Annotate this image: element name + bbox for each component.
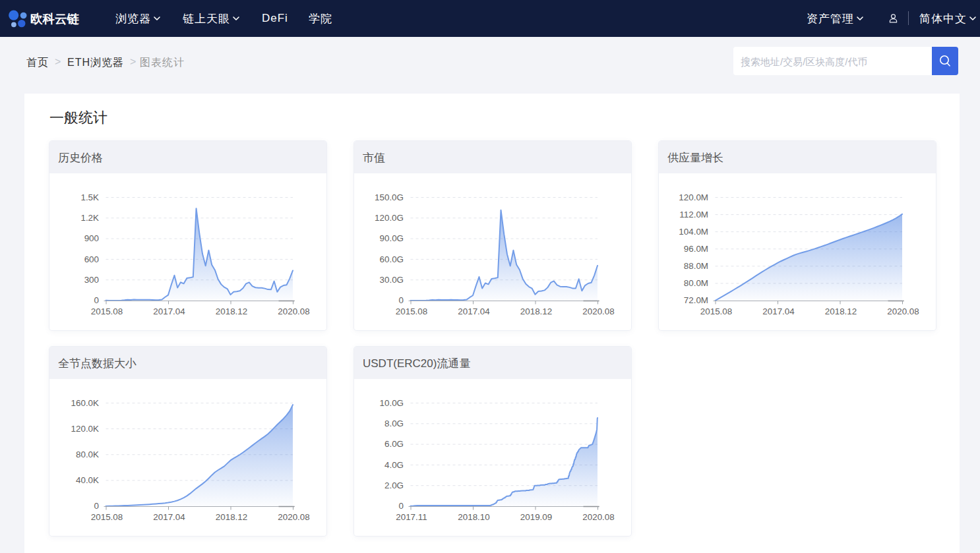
svg-text:120.0K: 120.0K — [71, 424, 100, 434]
svg-text:150.0G: 150.0G — [375, 192, 404, 202]
svg-text:80.0M: 80.0M — [684, 278, 708, 288]
svg-text:160.0K: 160.0K — [71, 398, 100, 408]
svg-text:0: 0 — [94, 501, 99, 511]
svg-text:1.5K: 1.5K — [80, 192, 99, 202]
svg-text:60.0G: 60.0G — [380, 254, 404, 264]
svg-text:2018.12: 2018.12 — [520, 306, 552, 316]
svg-text:10.0G: 10.0G — [380, 398, 404, 408]
svg-text:2020.08: 2020.08 — [582, 306, 614, 316]
svg-text:120.0M: 120.0M — [679, 192, 708, 202]
svg-text:2017.04: 2017.04 — [762, 306, 795, 316]
svg-text:104.0M: 104.0M — [679, 227, 708, 237]
svg-text:120.0G: 120.0G — [375, 213, 404, 223]
svg-text:8.0G: 8.0G — [384, 419, 404, 428]
svg-text:2017.04: 2017.04 — [153, 306, 185, 316]
svg-text:30.0G: 30.0G — [380, 275, 404, 285]
svg-text:0: 0 — [94, 295, 99, 305]
svg-text:2020.08: 2020.08 — [887, 306, 919, 316]
svg-text:900: 900 — [84, 233, 99, 243]
svg-text:2018.12: 2018.12 — [216, 512, 247, 522]
svg-text:2017.11: 2017.11 — [396, 512, 427, 522]
svg-text:0: 0 — [399, 295, 404, 305]
svg-text:0: 0 — [399, 501, 404, 511]
svg-text:2.0G: 2.0G — [384, 480, 404, 490]
svg-text:88.0M: 88.0M — [684, 261, 708, 271]
svg-text:2015.08: 2015.08 — [91, 306, 123, 316]
svg-text:600: 600 — [84, 254, 99, 264]
svg-text:72.0M: 72.0M — [684, 295, 708, 305]
svg-text:1.2K: 1.2K — [80, 213, 99, 223]
svg-text:2015.08: 2015.08 — [91, 512, 123, 522]
svg-text:2018.12: 2018.12 — [825, 306, 857, 316]
svg-text:96.0M: 96.0M — [684, 244, 708, 254]
svg-text:80.0K: 80.0K — [76, 450, 99, 459]
svg-text:2015.08: 2015.08 — [396, 306, 427, 316]
svg-text:2018.10: 2018.10 — [458, 512, 489, 522]
svg-text:2018.12: 2018.12 — [216, 306, 247, 316]
svg-text:90.0G: 90.0G — [380, 233, 404, 243]
svg-text:4.0G: 4.0G — [384, 460, 404, 470]
svg-text:112.0M: 112.0M — [679, 210, 708, 219]
svg-text:300: 300 — [84, 275, 99, 285]
svg-text:2017.04: 2017.04 — [458, 306, 490, 316]
svg-text:40.0K: 40.0K — [76, 475, 99, 485]
svg-text:2020.08: 2020.08 — [278, 306, 309, 316]
svg-text:2019.09: 2019.09 — [520, 512, 552, 522]
svg-text:2020.08: 2020.08 — [582, 512, 614, 522]
svg-text:2017.04: 2017.04 — [153, 512, 185, 522]
svg-text:2015.08: 2015.08 — [700, 306, 732, 316]
svg-text:6.0G: 6.0G — [384, 439, 404, 449]
svg-text:2020.08: 2020.08 — [278, 512, 309, 522]
